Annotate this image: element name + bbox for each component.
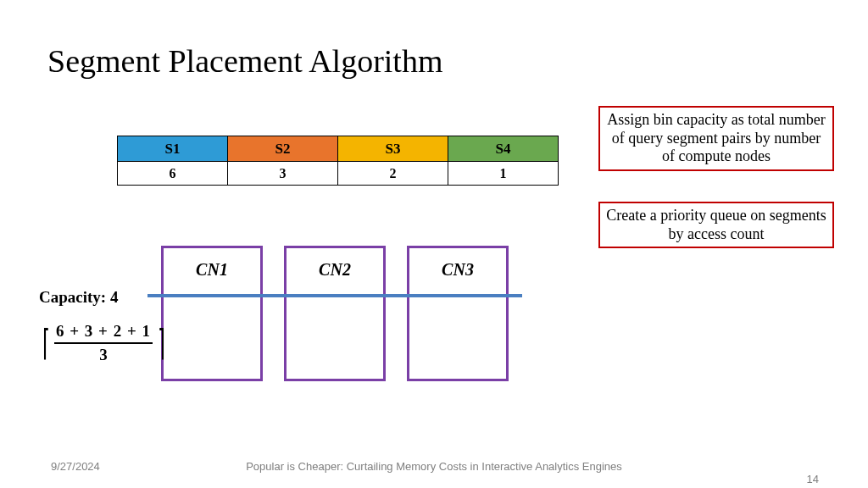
ceil-right-bracket: ⌉ — [158, 325, 165, 361]
slide-title: Segment Placement Algorithm — [47, 42, 442, 80]
segment-header: S3 — [338, 136, 448, 162]
segment-header: S1 — [118, 136, 228, 162]
segment-table: S1 S2 S3 S4 6 3 2 1 — [117, 136, 559, 186]
capacity-label: Capacity: 4 — [39, 288, 118, 307]
segment-value: 1 — [448, 162, 559, 186]
formula-numerator: 6 + 3 + 2 + 1 — [54, 322, 153, 344]
slide-footer: 9/27/2024 Popular is Cheaper: Curtailing… — [0, 460, 868, 473]
bin-cn2: CN2 — [284, 246, 386, 381]
segment-header: S2 — [228, 136, 338, 162]
bin-label: CN3 — [409, 260, 506, 280]
footer-page-number: 14 — [807, 473, 819, 485]
segment-header: S4 — [448, 136, 559, 162]
capacity-line — [147, 294, 522, 297]
segment-value: 2 — [338, 162, 448, 186]
bin-label: CN1 — [164, 260, 260, 280]
footer-date: 9/27/2024 — [51, 460, 100, 473]
segment-value: 3 — [228, 162, 338, 186]
capacity-formula: ⌈ 6 + 3 + 2 + 1 3 ⌉ — [39, 322, 168, 364]
compute-node-bins: CN1 CN2 CN3 — [161, 246, 534, 381]
bin-cn1: CN1 — [161, 246, 263, 381]
segment-value: 6 — [118, 162, 228, 186]
footer-title: Popular is Cheaper: Curtailing Memory Co… — [0, 460, 868, 473]
callout-bin-capacity: Assign bin capacity as total number of q… — [598, 106, 834, 171]
bin-cn3: CN3 — [407, 246, 509, 381]
ceil-left-bracket: ⌈ — [42, 325, 50, 361]
formula-denominator: 3 — [99, 344, 108, 364]
callout-priority-queue: Create a priority queue on segments by a… — [598, 202, 834, 248]
bin-label: CN2 — [287, 260, 383, 280]
